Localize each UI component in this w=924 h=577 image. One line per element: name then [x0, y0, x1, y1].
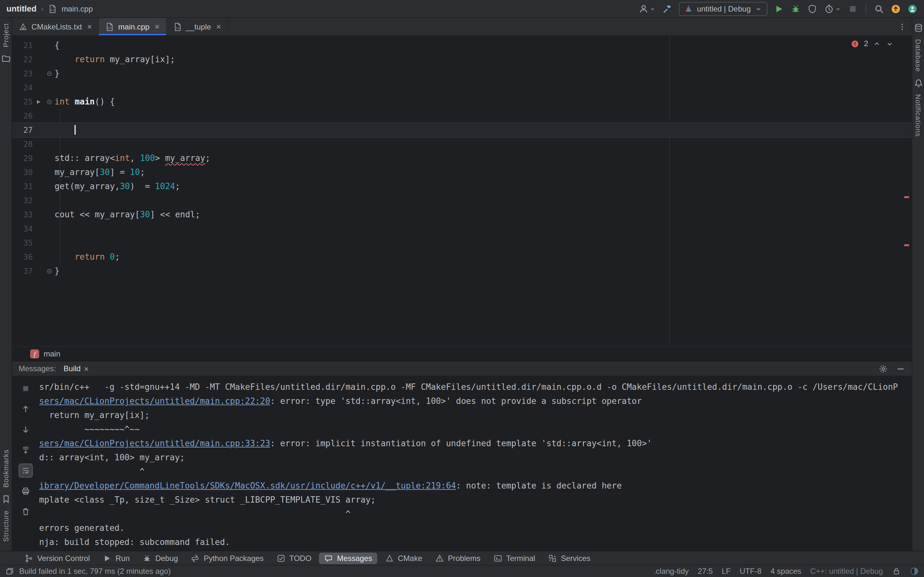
window-icon[interactable] — [5, 567, 14, 576]
breadcrumb-project[interactable]: untitled — [6, 4, 37, 13]
line-number[interactable]: 31 — [16, 179, 33, 193]
bell-icon[interactable] — [913, 78, 923, 88]
editor-tab-tuple[interactable]: ++__tuple× — [166, 18, 228, 35]
bookmark-icon[interactable] — [1, 494, 11, 504]
toolwindow-button-terminal[interactable]: Terminal — [488, 552, 540, 564]
line-number[interactable]: 32 — [16, 193, 33, 208]
line-number[interactable]: 29 — [16, 151, 33, 165]
tab-close-icon[interactable]: × — [87, 23, 92, 31]
fold-marker-icon[interactable] — [46, 71, 52, 77]
coverage-button[interactable] — [807, 3, 817, 14]
run-config-selector[interactable]: untitled | Debug — [679, 2, 767, 16]
user-button[interactable] — [638, 3, 656, 14]
editor-gutter[interactable]: 33 — [12, 208, 55, 222]
toolwindow-button-run[interactable]: Run — [97, 552, 135, 564]
editor-gutter[interactable]: 31 — [12, 179, 55, 193]
editor-gutter[interactable]: 29 — [12, 151, 55, 165]
toolwindow-button-python-packages[interactable]: Python Packages — [186, 552, 269, 564]
editor-tab-main-cpp[interactable]: ++main.cpp× — [99, 18, 167, 35]
tab-close-icon[interactable]: × — [216, 23, 221, 31]
file-link[interactable]: sers/mac/CLionProjects/untitled/main.cpp… — [39, 438, 270, 448]
stripe-button-project[interactable]: Project — [2, 23, 10, 47]
file-link[interactable]: ibrary/Developer/CommandLineTools/SDKs/M… — [39, 481, 456, 490]
line-number[interactable]: 26 — [16, 109, 33, 123]
status-widget-clang-tidy[interactable]: .clang-tidy — [654, 567, 688, 576]
previous-error-icon[interactable] — [873, 39, 881, 48]
toolwindow-button-debug[interactable]: Debug — [137, 552, 183, 564]
line-number[interactable]: 27 — [16, 123, 33, 137]
status-widget-utf-8[interactable]: UTF-8 — [740, 567, 762, 576]
lock-icon[interactable] — [892, 567, 901, 576]
stripe-button-notifications[interactable]: Notifications — [914, 94, 922, 137]
editor-gutter[interactable]: 37 — [12, 264, 55, 278]
editor[interactable]: 21{22 return my_array[ix];23}2425int mai… — [12, 36, 912, 346]
trash-button[interactable] — [19, 504, 33, 519]
editor-gutter[interactable]: 35 — [12, 236, 55, 250]
editor-gutter[interactable]: 32 — [12, 193, 55, 208]
line-number[interactable]: 34 — [16, 222, 33, 236]
build-tab[interactable]: Build × — [63, 364, 89, 374]
status-widget-4-spaces[interactable]: 4 spaces — [771, 567, 801, 576]
line-number[interactable]: 23 — [16, 67, 33, 81]
line-number[interactable]: 37 — [16, 264, 33, 278]
play-button[interactable] — [774, 3, 784, 14]
fold-marker-icon[interactable] — [46, 268, 52, 274]
close-icon[interactable]: × — [84, 364, 89, 374]
editor-gutter[interactable]: 28 — [12, 137, 55, 151]
status-widget-c-untitled-debug[interactable]: C++: untitled | Debug — [811, 567, 883, 576]
stripe-button-database[interactable]: Database — [914, 39, 922, 72]
tab-options-button[interactable] — [893, 18, 912, 35]
line-number[interactable]: 30 — [16, 165, 33, 179]
build-status-text[interactable]: Build failed in 1 sec, 797 ms (2 minutes… — [19, 567, 171, 576]
account-button[interactable] — [907, 3, 918, 14]
line-number[interactable]: 33 — [16, 208, 33, 222]
bug-button[interactable] — [790, 3, 801, 14]
toolwindow-button-problems[interactable]: Problems — [430, 552, 485, 564]
fold-marker-icon[interactable] — [46, 99, 52, 105]
breadcrumb-function[interactable]: main — [44, 350, 60, 358]
tab-close-icon[interactable]: × — [155, 23, 160, 31]
stripe-button-bookmarks[interactable]: Bookmarks — [2, 450, 10, 488]
hammer-button[interactable] — [662, 3, 672, 14]
editor-gutter[interactable]: 22 — [12, 53, 55, 67]
editor-gutter[interactable]: 24 — [12, 81, 55, 95]
editor-gutter[interactable]: 34 — [12, 222, 55, 236]
soft-wrap-button[interactable] — [19, 464, 33, 478]
run-line-icon[interactable] — [35, 99, 41, 105]
toolwindow-button-todo[interactable]: TODO — [271, 552, 317, 564]
line-number[interactable]: 25 — [16, 95, 33, 109]
inspection-widget[interactable]: 2 — [851, 39, 894, 48]
gear-icon[interactable] — [879, 364, 888, 374]
line-number[interactable]: 28 — [16, 137, 33, 151]
scroll-end-button[interactable] — [19, 443, 33, 457]
status-widget-27-5[interactable]: 27:5 — [698, 567, 713, 576]
line-number[interactable]: 35 — [16, 236, 33, 250]
line-number[interactable]: 24 — [16, 81, 33, 95]
folder-icon[interactable] — [1, 54, 11, 63]
toolwindow-button-version-control[interactable]: Version Control — [19, 552, 95, 564]
toolwindow-button-services[interactable]: Services — [543, 552, 596, 564]
toolwindow-button-messages[interactable]: Messages — [319, 552, 377, 564]
editor-gutter[interactable]: 30 — [12, 165, 55, 179]
editor-gutter[interactable]: 26 — [12, 109, 55, 123]
profiler-button[interactable] — [824, 3, 841, 14]
up-arrow-button[interactable] — [19, 402, 33, 416]
stripe-button-structure[interactable]: Structure — [2, 510, 10, 542]
error-stripe-mark[interactable] — [904, 244, 909, 246]
line-number[interactable]: 21 — [16, 39, 33, 53]
error-stripe-mark[interactable] — [904, 196, 909, 198]
line-number[interactable]: 36 — [16, 250, 33, 264]
editor-gutter[interactable]: 25 — [12, 95, 55, 109]
build-console[interactable]: sr/bin/c++ -g -std=gnu++14 -MD -MT CMake… — [39, 376, 912, 551]
theme-icon[interactable] — [910, 567, 919, 576]
line-number[interactable]: 22 — [16, 53, 33, 67]
editor-gutter[interactable]: 23 — [12, 67, 55, 81]
editor-gutter[interactable]: 27 — [12, 123, 55, 137]
editor-tab-cmakelists-txt[interactable]: CMakeLists.txt× — [12, 18, 99, 35]
minimize-icon[interactable] — [896, 364, 905, 374]
database-icon[interactable] — [913, 23, 923, 33]
status-widget-lf[interactable]: LF — [722, 567, 731, 576]
toolwindow-button-cmake[interactable]: CMake — [380, 552, 427, 564]
editor-gutter[interactable]: 36 — [12, 250, 55, 264]
search-button[interactable] — [874, 3, 884, 14]
